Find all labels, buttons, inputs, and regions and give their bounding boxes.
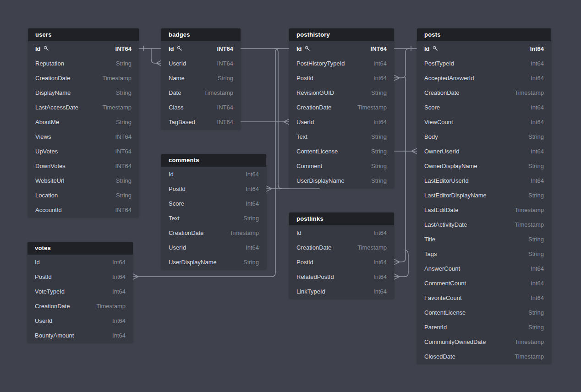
column-row-posts-ParentId[interactable]: ParentIdString — [417, 320, 551, 334]
column-type-label: String — [528, 309, 544, 316]
column-row-posts-AnswerCount[interactable]: AnswerCountInt64 — [417, 261, 551, 276]
column-name: PostId — [296, 75, 313, 82]
column-row-posts-AcceptedAnswerId[interactable]: AcceptedAnswerIdInt64 — [417, 71, 551, 85]
column-row-postlinks-CreationDate[interactable]: CreationDateTimestamp — [289, 240, 394, 255]
table-posts[interactable]: postsIdInt64PostTypeIdInt64AcceptedAnswe… — [417, 28, 551, 364]
table-header-comments[interactable]: comments — [161, 154, 266, 167]
column-row-posts-ClosedDate[interactable]: ClosedDateTimestamp — [417, 349, 551, 364]
column-row-postlinks-Id[interactable]: IdInt64 — [289, 225, 394, 240]
column-row-posthistory-Text[interactable]: TextString — [289, 129, 394, 144]
column-row-votes-BountyAmount[interactable]: BountyAmountInt64 — [27, 328, 133, 343]
column-row-users-Views[interactable]: ViewsINT64 — [28, 129, 139, 144]
table-badges[interactable]: badgesIdINT64UserIdINT64NameStringDateTi… — [161, 28, 241, 129]
table-posthistory[interactable]: posthistoryIdINT64PostHistoryTypeIdInt64… — [289, 28, 394, 188]
column-row-posts-OwnerUserId[interactable]: OwnerUserIdInt64 — [417, 144, 551, 158]
column-row-posthistory-UserId[interactable]: UserIdInt64 — [289, 114, 394, 129]
column-row-votes-Id[interactable]: IdInt64 — [27, 255, 133, 269]
column-row-users-DisplayName[interactable]: DisplayNameString — [28, 85, 139, 100]
column-row-posts-OwnerDisplayName[interactable]: OwnerDisplayNameString — [417, 158, 551, 173]
table-comments[interactable]: commentsIdInt64PostIdInt64ScoreInt64Text… — [161, 154, 266, 269]
column-row-comments-CreationDate[interactable]: CreationDateTimestamp — [161, 225, 266, 240]
column-row-posts-Score[interactable]: ScoreInt64 — [417, 100, 551, 114]
table-header-users[interactable]: users — [28, 28, 139, 41]
column-type-label: String — [371, 133, 387, 140]
column-type-label: Timestamp — [515, 338, 544, 345]
table-header-votes[interactable]: votes — [27, 242, 133, 255]
diagram-canvas[interactable]: usersIdINT64ReputationStringCreationDate… — [0, 0, 581, 392]
column-type-label: String — [243, 215, 259, 222]
column-row-posts-Body[interactable]: BodyString — [417, 129, 551, 144]
column-name: LastEditorUserId — [424, 177, 469, 184]
column-row-posts-LastEditDate[interactable]: LastEditDateTimestamp — [417, 202, 551, 217]
table-header-posthistory[interactable]: posthistory — [289, 28, 394, 41]
table-header-posts[interactable]: posts — [417, 28, 551, 41]
column-row-posthistory-ContentLicense[interactable]: ContentLicenseString — [289, 144, 394, 158]
column-row-posthistory-CreationDate[interactable]: CreationDateTimestamp — [289, 100, 394, 114]
column-row-badges-TagBased[interactable]: TagBasedINT64 — [161, 114, 241, 129]
column-row-posts-FavoriteCount[interactable]: FavoriteCountInt64 — [417, 290, 551, 305]
column-row-posts-LastActivityDate[interactable]: LastActivityDateTimestamp — [417, 217, 551, 232]
column-type-label: String — [116, 60, 132, 67]
column-row-users-Reputation[interactable]: ReputationString — [28, 56, 139, 71]
column-row-badges-Class[interactable]: ClassINT64 — [161, 100, 241, 114]
column-row-users-AboutMe[interactable]: AboutMeString — [28, 114, 139, 129]
column-row-comments-Text[interactable]: TextString — [161, 211, 266, 225]
column-row-comments-UserId[interactable]: UserIdInt64 — [161, 240, 266, 255]
column-row-badges-Name[interactable]: NameString — [161, 71, 241, 85]
column-row-users-CreationDate[interactable]: CreationDateTimestamp — [28, 71, 139, 85]
column-name-label: Body — [424, 133, 438, 140]
column-row-posts-CommunityOwnedDate[interactable]: CommunityOwnedDateTimestamp — [417, 334, 551, 349]
column-row-votes-CreationDate[interactable]: CreationDateTimestamp — [27, 299, 133, 313]
column-row-posts-Title[interactable]: TitleString — [417, 232, 551, 246]
column-name: LinkTypeId — [296, 288, 325, 295]
column-row-users-Id[interactable]: IdINT64 — [28, 41, 139, 56]
column-name: UpVotes — [35, 148, 58, 155]
column-row-users-DownVotes[interactable]: DownVotesINT64 — [28, 158, 139, 173]
column-row-badges-UserId[interactable]: UserIdINT64 — [161, 56, 241, 71]
column-row-posts-Id[interactable]: IdInt64 — [417, 41, 551, 56]
column-row-postlinks-PostId[interactable]: PostIdInt64 — [289, 255, 394, 269]
column-row-votes-UserId[interactable]: UserIdInt64 — [27, 313, 133, 328]
column-name-label: Id — [296, 229, 301, 236]
column-row-posts-LastEditorDisplayName[interactable]: LastEditorDisplayNameString — [417, 188, 551, 202]
column-row-users-Location[interactable]: LocationString — [28, 188, 139, 202]
column-row-postlinks-LinkTypeId[interactable]: LinkTypeIdInt64 — [289, 284, 394, 299]
column-row-posts-ContentLicense[interactable]: ContentLicenseString — [417, 305, 551, 320]
column-row-badges-Id[interactable]: IdINT64 — [161, 41, 241, 56]
column-row-comments-UserDisplayName[interactable]: UserDisplayNameString — [161, 255, 266, 269]
table-header-badges[interactable]: badges — [161, 28, 241, 41]
column-row-posthistory-PostId[interactable]: PostIdInt64 — [289, 71, 394, 85]
column-row-comments-PostId[interactable]: PostIdInt64 — [161, 181, 266, 196]
column-name-label: Id — [35, 259, 40, 266]
column-row-badges-Date[interactable]: DateTimestamp — [161, 85, 241, 100]
column-row-posthistory-UserDisplayName[interactable]: UserDisplayNameString — [289, 173, 394, 188]
column-row-posthistory-PostHistoryTypeId[interactable]: PostHistoryTypeIdInt64 — [289, 56, 394, 71]
column-type-label: Int64 — [531, 60, 544, 67]
column-row-posts-CreationDate[interactable]: CreationDateTimestamp — [417, 85, 551, 100]
table-users[interactable]: usersIdINT64ReputationStringCreationDate… — [28, 28, 139, 217]
column-row-votes-PostId[interactable]: PostIdInt64 — [27, 269, 133, 284]
column-row-users-LastAccessDate[interactable]: LastAccessDateTimestamp — [28, 100, 139, 114]
column-row-votes-VoteTypeId[interactable]: VoteTypeIdInt64 — [27, 284, 133, 299]
table-votes[interactable]: votesIdInt64PostIdInt64VoteTypeIdInt64Cr… — [27, 242, 133, 343]
column-name: Views — [35, 133, 51, 140]
column-name: ContentLicense — [296, 148, 338, 155]
column-row-users-UpVotes[interactable]: UpVotesINT64 — [28, 144, 139, 158]
column-row-comments-Score[interactable]: ScoreInt64 — [161, 196, 266, 211]
column-row-posts-CommentCount[interactable]: CommentCountInt64 — [417, 276, 551, 290]
column-row-posts-LastEditorUserId[interactable]: LastEditorUserIdInt64 — [417, 173, 551, 188]
column-row-posts-ViewCount[interactable]: ViewCountInt64 — [417, 114, 551, 129]
column-row-posthistory-RevisionGUID[interactable]: RevisionGUIDString — [289, 85, 394, 100]
column-type-label: String — [116, 89, 132, 96]
table-header-postlinks[interactable]: postlinks — [289, 212, 394, 225]
column-row-posts-Tags[interactable]: TagsString — [417, 246, 551, 261]
column-name: CreationDate — [296, 244, 332, 251]
column-row-posthistory-Id[interactable]: IdINT64 — [289, 41, 394, 56]
column-row-postlinks-RelatedPostId[interactable]: RelatedPostIdInt64 — [289, 269, 394, 284]
column-row-comments-Id[interactable]: IdInt64 — [161, 167, 266, 181]
table-postlinks[interactable]: postlinksIdInt64CreationDateTimestampPos… — [289, 212, 394, 299]
column-row-posthistory-Comment[interactable]: CommentString — [289, 158, 394, 173]
column-row-users-WebsiteUrl[interactable]: WebsiteUrlString — [28, 173, 139, 188]
column-row-posts-PostTypeId[interactable]: PostTypeIdInt64 — [417, 56, 551, 71]
column-row-users-AccountId[interactable]: AccountIdINT64 — [28, 202, 139, 217]
